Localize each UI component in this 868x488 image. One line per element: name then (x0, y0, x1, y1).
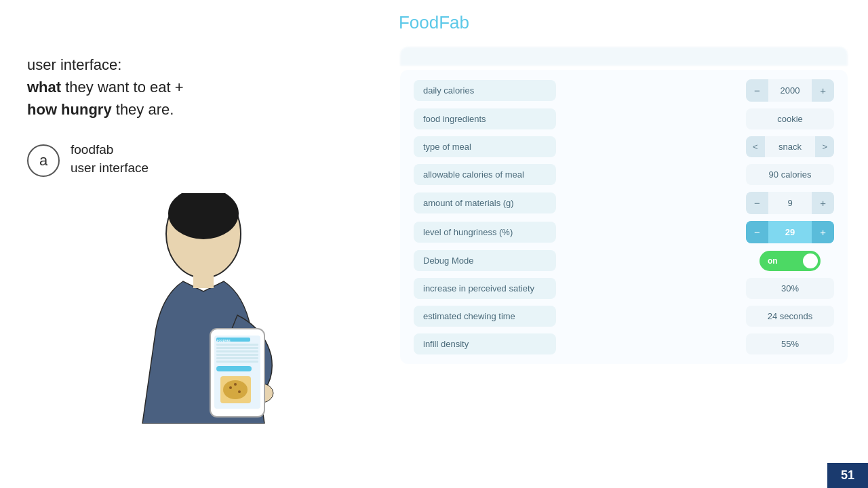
form-container: daily calories − 2000 + food ingredients… (400, 70, 848, 364)
label-line2: user interface (71, 159, 149, 178)
svg-point-17 (229, 386, 232, 389)
description-text: user interface: what they want to eat + … (27, 54, 359, 121)
toggle-on-label: on (768, 256, 778, 266)
value-chewing-time: 24 seconds (746, 306, 834, 327)
label-amount-materials: amount of materials (g) (414, 192, 556, 214)
description-line2: they want to eat + (61, 79, 183, 96)
description-line3: they are. (112, 101, 174, 118)
description-bold-how: how hungry (27, 101, 112, 118)
form-row-debug-mode: Debug Mode on (414, 250, 834, 271)
meal-type-control: < snack > (746, 136, 834, 157)
app-title: FoodFab (0, 12, 868, 33)
label-hungriness: level of hungriness (%) (414, 222, 556, 243)
svg-rect-2 (193, 271, 214, 288)
daily-calories-minus[interactable]: − (746, 79, 768, 102)
form-row-food-ingredients: food ingredients cookie (414, 108, 834, 129)
illustration-container: a foodfab user interface (27, 141, 359, 177)
meal-type-prev[interactable]: < (746, 136, 765, 157)
value-infill-density: 55% (746, 333, 834, 354)
form-row-infill-density: infill density 55% (414, 333, 834, 354)
label-perceived-satiety: increase in perceived satiety (414, 278, 556, 299)
right-panel: daily calories − 2000 + food ingredients… (387, 40, 868, 487)
description-bold-what: what (27, 79, 61, 96)
svg-text:FOODFAB: FOODFAB (217, 339, 231, 342)
hungriness-value: 29 (768, 222, 812, 243)
description-line1: user interface: (27, 56, 121, 73)
toggle-thumb (803, 253, 818, 268)
form-row-chewing-time: estimated chewing time 24 seconds (414, 306, 834, 327)
label-infill-density: infill density (414, 333, 556, 354)
label-chewing-time: estimated chewing time (414, 306, 556, 327)
meal-type-next[interactable]: > (815, 136, 834, 157)
stepper-amount-materials: − 9 + (746, 192, 834, 214)
svg-rect-12 (216, 357, 258, 359)
label-food-ingredients: food ingredients (414, 108, 556, 129)
page-number: 51 (827, 463, 868, 488)
form-row-allowable-calories: allowable calories of meal 90 calories (414, 164, 834, 185)
debug-mode-toggle[interactable]: on (760, 251, 821, 271)
svg-rect-14 (216, 366, 252, 371)
svg-point-18 (238, 390, 241, 393)
value-perceived-satiety: 30% (746, 278, 834, 299)
form-row-hungriness: level of hungriness (%) − 29 + (414, 221, 834, 243)
label-type-of-meal: type of meal (414, 136, 556, 157)
amount-materials-plus[interactable]: + (812, 192, 834, 214)
svg-point-19 (234, 383, 237, 386)
form-row-perceived-satiety: increase in perceived satiety 30% (414, 278, 834, 299)
svg-rect-10 (216, 350, 258, 352)
form-row-type-of-meal: type of meal < snack > (414, 136, 834, 157)
label-text-container: foodfab user interface (71, 141, 149, 177)
svg-rect-9 (216, 347, 258, 349)
value-food-ingredients: cookie (746, 108, 834, 129)
page-header: FoodFab (0, 0, 868, 40)
label-line1: foodfab (71, 141, 149, 159)
label-daily-calories: daily calories (414, 80, 556, 101)
svg-rect-8 (216, 344, 258, 346)
form-top-blur (400, 47, 848, 66)
daily-calories-plus[interactable]: + (812, 79, 834, 102)
meal-type-value: snack (765, 136, 816, 157)
svg-rect-13 (216, 361, 258, 363)
amount-materials-value: 9 (768, 192, 812, 214)
stepper-hungriness: − 29 + (746, 221, 834, 243)
svg-rect-11 (216, 354, 258, 356)
label-allowable-calories: allowable calories of meal (414, 164, 556, 185)
toggle-container: on (746, 251, 834, 271)
daily-calories-value: 2000 (768, 80, 812, 101)
form-row-daily-calories: daily calories − 2000 + (414, 79, 834, 102)
label-debug-mode: Debug Mode (414, 250, 556, 271)
circle-label: a (27, 144, 60, 177)
amount-materials-minus[interactable]: − (746, 192, 768, 214)
form-row-amount-materials: amount of materials (g) − 9 + (414, 192, 834, 214)
stepper-daily-calories: − 2000 + (746, 79, 834, 102)
phone-illustration: FOODFAB (129, 193, 278, 426)
value-allowable-calories: 90 calories (746, 164, 834, 185)
hungriness-plus[interactable]: + (812, 221, 834, 243)
hungriness-minus[interactable]: − (746, 221, 768, 243)
